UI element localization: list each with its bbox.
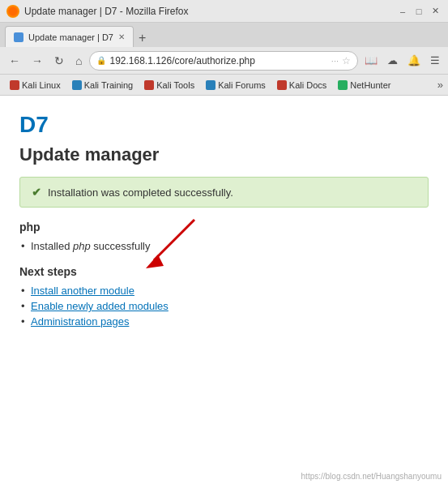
kali-linux-icon (10, 80, 19, 90)
bookmark-star-icon: ☆ (342, 55, 351, 66)
sync-icon[interactable]: ☁ (384, 53, 401, 68)
php-installed-item: Installed php successfully (19, 238, 429, 254)
close-button[interactable]: ✕ (429, 5, 442, 18)
notifications-icon[interactable]: 🔔 (404, 53, 424, 68)
forward-button[interactable]: → (28, 52, 47, 70)
back-button[interactable]: ← (5, 52, 24, 70)
bookmark-kali-docs[interactable]: Kali Docs (272, 79, 331, 92)
kali-forums-label: Kali Forums (218, 80, 266, 90)
enable-modules-link[interactable]: Enable newly added modules (31, 300, 169, 312)
next-steps-title: Next steps (19, 265, 429, 278)
success-box: ✔ Installation was completed successfull… (19, 177, 429, 208)
reload-button[interactable]: ↻ (50, 52, 68, 70)
install-another-module-link[interactable]: Install another module (31, 285, 134, 297)
bookmark-kali-training[interactable]: Kali Training (67, 79, 139, 92)
nethunter-icon (338, 80, 348, 90)
kali-docs-label: Kali Docs (289, 80, 326, 90)
check-icon: ✔ (32, 186, 41, 199)
page-content: D7 Update manager ✔ Installation was com… (0, 96, 448, 484)
list-item-admin: Administration pages (19, 314, 429, 329)
address-bar[interactable]: 🔒 192.168.1.126/core/authorize.php ··· ☆ (89, 51, 358, 71)
window-title: Update manager | D7 - Mozilla Firefox (24, 6, 189, 17)
kali-linux-label: Kali Linux (22, 80, 61, 90)
kali-forums-icon (206, 80, 215, 90)
bookmark-kali-forums[interactable]: Kali Forums (201, 79, 271, 92)
php-section-title: php (19, 221, 429, 233)
maximize-button[interactable]: □ (412, 5, 425, 18)
administration-pages-link[interactable]: Administration pages (31, 315, 129, 328)
kali-tools-icon (144, 80, 154, 90)
kali-docs-icon (277, 80, 287, 90)
kali-tools-label: Kali Tools (156, 80, 194, 90)
next-steps-list: Install another module Enable newly adde… (19, 283, 429, 329)
tab-close-icon[interactable]: ✕ (118, 32, 125, 41)
bookmark-kali-tools[interactable]: Kali Tools (139, 79, 199, 92)
firefox-icon (6, 5, 19, 18)
list-item-install: Install another module (19, 283, 429, 298)
php-name: php (73, 240, 91, 252)
php-suffix: successfully (91, 240, 151, 252)
home-button[interactable]: ⌂ (71, 52, 86, 70)
page-title: Update manager (19, 144, 429, 165)
reader-icon[interactable]: 📖 (361, 53, 381, 68)
nav-extra: 📖 ☁ 🔔 ☰ (361, 53, 443, 68)
list-item-enable: Enable newly added modules (19, 298, 429, 314)
title-bar: Update manager | D7 - Mozilla Firefox – … (0, 0, 448, 23)
minimize-button[interactable]: – (396, 5, 409, 18)
tab-bar: Update manager | D7 ✕ + (0, 23, 448, 47)
new-tab-button[interactable]: + (135, 31, 149, 45)
tab-favicon (14, 32, 23, 42)
address-text: 192.168.1.126/core/authorize.php (109, 55, 327, 66)
more-icon: ··· (331, 56, 339, 66)
nethunter-label: NetHunter (350, 80, 390, 90)
bookmarks-bar: Kali Linux Kali Training Kali Tools Kali… (0, 75, 448, 96)
watermark: https://blog.csdn.net/Huangshanyoumu (301, 472, 442, 481)
site-name: D7 (19, 112, 429, 138)
active-tab[interactable]: Update manager | D7 ✕ (5, 26, 134, 47)
success-message: Installation was completed successfully. (48, 186, 233, 199)
lock-icon: 🔒 (96, 56, 106, 65)
bookmarks-more-icon[interactable]: » (437, 79, 443, 91)
window-controls: – □ ✕ (396, 5, 442, 18)
kali-training-label: Kali Training (84, 80, 134, 90)
bookmark-kali-linux[interactable]: Kali Linux (5, 79, 66, 92)
bookmark-nethunter[interactable]: NetHunter (333, 79, 395, 92)
kali-training-icon (72, 80, 82, 90)
nav-bar: ← → ↻ ⌂ 🔒 192.168.1.126/core/authorize.p… (0, 47, 448, 75)
menu-button[interactable]: ☰ (427, 53, 443, 68)
tab-label: Update manager | D7 (28, 32, 113, 42)
php-list: Installed php successfully (19, 238, 429, 254)
